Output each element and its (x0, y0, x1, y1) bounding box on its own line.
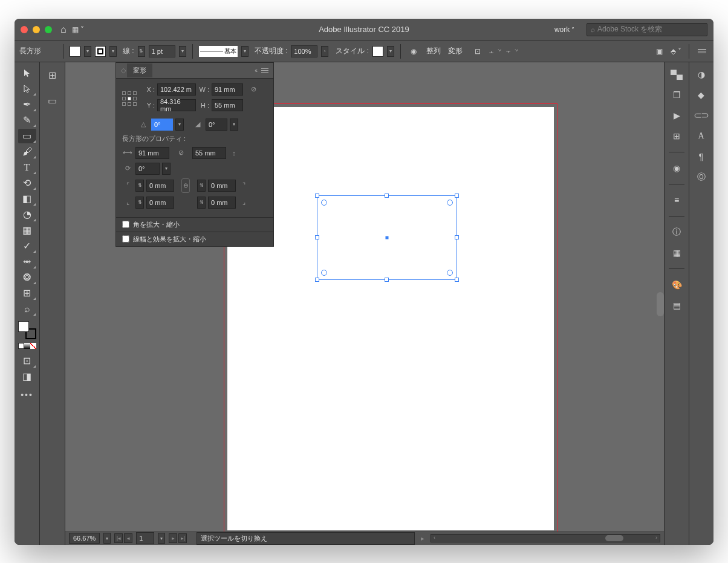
transform-panel-link[interactable]: 変形 (448, 46, 463, 56)
crop-icon[interactable]: ▣ (652, 45, 666, 58)
rect-angle-dropdown[interactable]: ▾ (162, 163, 171, 175)
rect-width-field[interactable]: 91 mm (135, 147, 169, 159)
scale-strokes-checkbox[interactable] (122, 235, 129, 242)
artboard-number-field[interactable]: 1 (136, 532, 154, 544)
home-icon[interactable]: ⌂ (60, 24, 67, 35)
stroke-weight-stepper[interactable]: ⇅ (138, 46, 145, 57)
selected-rectangle[interactable] (317, 195, 457, 280)
link-wh-icon[interactable]: ⊘ (175, 148, 186, 158)
color-panel-icon[interactable]: 🎨 (669, 278, 684, 292)
vertical-scrollbar[interactable] (657, 292, 664, 316)
corner-tr-icon[interactable]: ⌝ (238, 180, 249, 191)
text-tool[interactable]: T (18, 160, 36, 175)
layers-panel-icon[interactable]: ❐ (669, 88, 684, 102)
stroke-profile[interactable]: 基本 (199, 46, 238, 57)
transform-tab[interactable]: 変形 (127, 63, 152, 77)
corner-widget-tr[interactable] (447, 200, 453, 206)
corner-bl-icon[interactable]: ⌞ (122, 197, 133, 208)
panel-menu-icon[interactable] (261, 68, 268, 73)
close-window-button[interactable] (21, 26, 28, 33)
paintbrush-tool[interactable]: 🖌 (18, 145, 36, 159)
links-panel-icon[interactable]: ⸦⸧ (694, 108, 709, 123)
gradient-tool[interactable]: ▦ (18, 223, 36, 238)
eraser-tool[interactable]: ◧ (18, 192, 36, 206)
shear-dropdown[interactable]: ▾ (230, 119, 238, 131)
blend-tool[interactable]: ⥈ (18, 255, 36, 269)
graphic-style-swatch[interactable] (372, 46, 383, 57)
opacity-field[interactable]: 100% (291, 45, 317, 57)
direct-selection-tool[interactable] (18, 82, 36, 96)
corner-widget-tl[interactable] (321, 200, 327, 206)
minimize-window-button[interactable] (33, 26, 40, 33)
w-field[interactable]: 91 mm (212, 83, 243, 96)
shape-builder-tool[interactable]: ◔ (18, 207, 36, 222)
transform-panel-icon[interactable]: ▦ (669, 246, 684, 260)
opacity-dropdown[interactable]: › (321, 46, 328, 57)
y-field[interactable]: 84.316 mm (157, 99, 196, 111)
zoom-tool[interactable]: ⌕ (18, 302, 36, 316)
mask-icon[interactable]: ⬘ ˅ (669, 45, 683, 58)
paragraph-panel-icon[interactable]: ¶ (694, 149, 709, 164)
horizontal-scrollbar[interactable]: ‹› (431, 534, 660, 542)
rectangle-tool[interactable]: ▭ (18, 129, 36, 143)
stock-search[interactable]: ⌕ Adobe Stock を検索 (587, 23, 707, 36)
properties-panel-icon[interactable]: ▀▄ (669, 67, 684, 82)
scale-corners-checkbox[interactable] (122, 221, 129, 228)
first-artboard-button[interactable]: |◂ (114, 533, 123, 543)
change-screen-tool[interactable]: ◨ (18, 369, 36, 384)
graphic-style-dropdown[interactable]: ▾ (387, 46, 394, 57)
corner-tl-icon[interactable]: ⌜ (122, 180, 133, 191)
type-tool[interactable]: ✎ (18, 113, 36, 128)
color-mode-row[interactable] (18, 343, 36, 349)
selection-tool[interactable] (18, 66, 36, 80)
stroke-weight-field[interactable]: 1 pt (149, 45, 175, 57)
corner-br-field[interactable]: 0 mm (208, 197, 236, 209)
rect-angle-field[interactable]: 0° (135, 163, 160, 175)
fill-dropdown[interactable]: ▾ (84, 46, 91, 57)
screen-mode-tool[interactable]: ⊡ (18, 354, 36, 368)
artboards-panel-icon[interactable]: ⊞ (669, 129, 684, 143)
layers-icon[interactable]: ◆ (694, 88, 709, 102)
pen-tool[interactable]: ✒ (18, 97, 36, 112)
opentype-panel-icon[interactable]: Ⓞ (694, 170, 709, 184)
shear-field[interactable]: 0° (206, 119, 227, 131)
fill-stroke-selector[interactable] (18, 321, 36, 339)
distribute-icon[interactable]: ⫟ ˅ (505, 45, 518, 58)
recolor-icon[interactable]: ◉ (407, 45, 420, 58)
brightness-icon[interactable]: ◑ (694, 67, 709, 82)
h-field[interactable]: 55 mm (212, 99, 243, 111)
last-artboard-button[interactable]: ▸| (178, 533, 187, 543)
eyedropper-tool[interactable]: ✓ (18, 239, 36, 253)
info-panel-icon[interactable]: ⓘ (669, 225, 684, 239)
reference-point-selector[interactable] (122, 91, 138, 107)
scale-strokes-row[interactable]: 線幅と効果を拡大・縮小 (116, 232, 273, 246)
angle-dropdown[interactable]: ▾ (175, 119, 184, 131)
stroke-swatch[interactable] (95, 46, 106, 57)
control-menu-icon[interactable] (695, 45, 709, 58)
actions-panel-icon[interactable]: ▶ (669, 108, 684, 123)
prev-artboard-button[interactable]: ◂ (124, 533, 132, 543)
rect-height-field[interactable]: 55 mm (192, 147, 226, 159)
appearance-panel-icon[interactable]: ◉ (669, 161, 684, 175)
isolate-icon[interactable]: ⊡ (471, 45, 484, 58)
stroke-panel-icon[interactable]: ≡ (669, 193, 684, 207)
status-play-icon[interactable]: ▸ (421, 535, 424, 542)
stroke-dropdown[interactable]: ▾ (109, 46, 117, 57)
stroke-weight-dropdown[interactable]: ▾ (179, 46, 186, 57)
swatches-panel-icon[interactable]: ▤ (669, 298, 684, 313)
artboard-tool[interactable]: ⊞ (18, 286, 36, 301)
zoom-field[interactable]: 66.67% (69, 533, 100, 544)
zoom-dropdown[interactable]: ▾ (103, 533, 111, 544)
align-to-icon[interactable]: ⫠ ˅ (488, 45, 501, 58)
corner-tr-field[interactable]: 0 mm (208, 180, 236, 192)
character-panel-icon[interactable]: A (694, 129, 709, 143)
edit-toolbar-icon[interactable]: ••• (21, 390, 33, 400)
properties-strip-icon[interactable]: ⊞ (45, 68, 60, 83)
next-artboard-button[interactable]: ▸ (169, 533, 177, 543)
workspace-switcher[interactable]: work (554, 25, 574, 34)
symbol-sprayer-tool[interactable]: ❂ (18, 270, 36, 285)
corner-widget-bl[interactable] (321, 270, 327, 276)
angle-field[interactable]: 0° (151, 119, 173, 131)
corner-widget-br[interactable] (447, 270, 453, 276)
rotate-tool[interactable]: ⟲ (18, 176, 36, 190)
